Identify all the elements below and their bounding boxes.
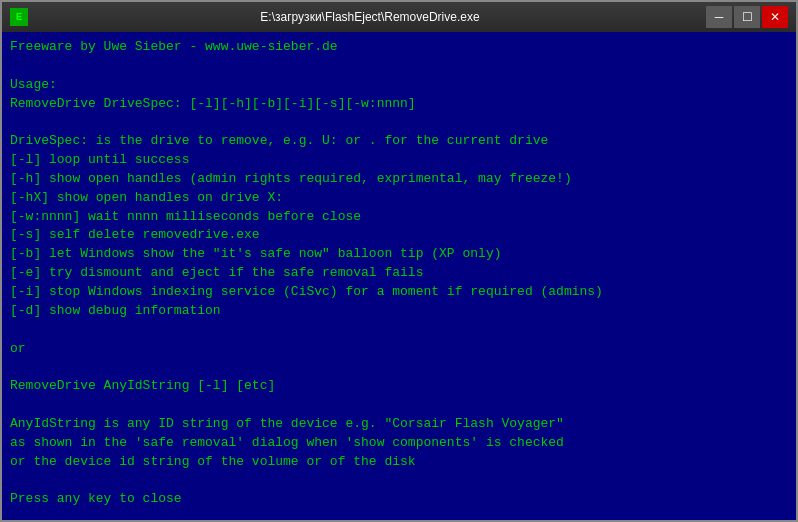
console-line: DriveSpec: is the drive to remove, e.g. … xyxy=(10,132,788,151)
app-icon: E xyxy=(10,8,28,26)
console-line: [-i] stop Windows indexing service (CiSv… xyxy=(10,283,788,302)
console-line: [-l] loop until success xyxy=(10,151,788,170)
console-line: [-s] self delete removedrive.exe xyxy=(10,226,788,245)
console-line: [-h] show open handles (admin rights req… xyxy=(10,170,788,189)
maximize-button[interactable]: ☐ xyxy=(734,6,760,28)
console-line: [-w:nnnn] wait nnnn milliseconds before … xyxy=(10,208,788,227)
console-line: as shown in the 'safe removal' dialog wh… xyxy=(10,434,788,453)
minimize-button[interactable]: ─ xyxy=(706,6,732,28)
console-line: Usage: xyxy=(10,76,788,95)
close-button[interactable]: ✕ xyxy=(762,6,788,28)
console-line: [-d] show debug information xyxy=(10,302,788,321)
console-line: or xyxy=(10,340,788,359)
console-line: RemoveDrive AnyIdString [-l] [etc] xyxy=(10,377,788,396)
console-line: [-e] try dismount and eject if the safe … xyxy=(10,264,788,283)
main-window: E E:\загрузки\FlashEject\RemoveDrive.exe… xyxy=(0,0,798,522)
console-line: [-hX] show open handles on drive X: xyxy=(10,189,788,208)
console-line xyxy=(10,471,788,490)
console-line xyxy=(10,57,788,76)
console-output: Freeware by Uwe Sieber - www.uwe-sieber.… xyxy=(2,32,796,520)
console-line: [-b] let Windows show the "it's safe now… xyxy=(10,245,788,264)
console-line: Freeware by Uwe Sieber - www.uwe-sieber.… xyxy=(10,38,788,57)
title-bar: E E:\загрузки\FlashEject\RemoveDrive.exe… xyxy=(2,2,796,32)
console-line xyxy=(10,396,788,415)
console-line: AnyIdString is any ID string of the devi… xyxy=(10,415,788,434)
console-line xyxy=(10,358,788,377)
window-title: E:\загрузки\FlashEject\RemoveDrive.exe xyxy=(34,10,706,24)
console-line: Press any key to close xyxy=(10,490,788,509)
console-line: RemoveDrive DriveSpec: [-l][-h][-b][-i][… xyxy=(10,95,788,114)
console-line xyxy=(10,321,788,340)
console-line xyxy=(10,113,788,132)
console-line: or the device id string of the volume or… xyxy=(10,453,788,472)
window-controls: ─ ☐ ✕ xyxy=(706,6,788,28)
